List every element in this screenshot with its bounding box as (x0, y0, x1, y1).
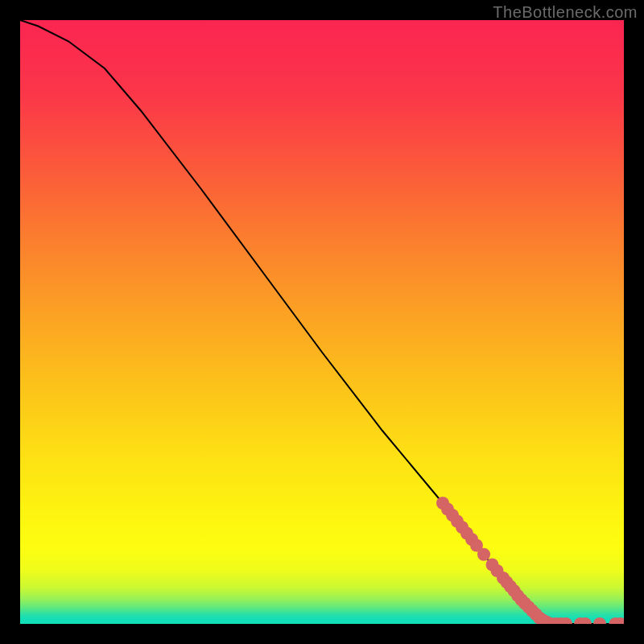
chart-background (20, 20, 624, 624)
watermark-text: TheBottleneck.com (493, 3, 638, 22)
chart-frame: TheBottleneck.com (0, 0, 644, 644)
plot-area (20, 20, 624, 624)
data-marker (477, 548, 490, 561)
chart-svg (20, 20, 624, 624)
